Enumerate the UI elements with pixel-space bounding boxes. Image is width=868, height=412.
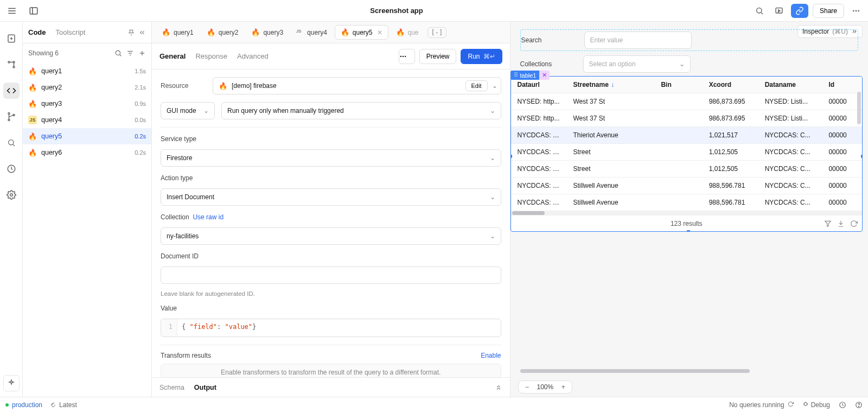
collapse-bottom-icon[interactable] <box>495 384 502 391</box>
preview-mode-icon[interactable] <box>771 3 787 18</box>
search-panel-icon[interactable] <box>3 135 20 151</box>
query-list-item[interactable]: query60.2s <box>23 144 151 161</box>
table-row[interactable]: NYSED: http...West 37 St986,873.695NYSED… <box>511 110 863 127</box>
tab-code[interactable]: Code <box>28 28 46 36</box>
tab-advanced[interactable]: Advanced <box>237 52 269 60</box>
refresh-icon[interactable] <box>850 220 858 227</box>
query-tab[interactable]: query5✕ <box>335 25 388 40</box>
tab-general[interactable]: General <box>159 52 186 60</box>
collapse-sidebar-icon[interactable] <box>138 29 146 36</box>
environment-indicator[interactable]: production <box>5 401 42 409</box>
debug-toggle[interactable]: Debug <box>802 401 830 409</box>
component-tree-icon[interactable] <box>3 56 20 73</box>
collection-select[interactable]: ny-facilities <box>161 227 501 245</box>
column-header[interactable]: Streetname↓ <box>567 77 655 93</box>
trigger-mode-select[interactable]: Run query only when manually triggered <box>221 102 501 119</box>
filter-icon[interactable] <box>824 220 832 227</box>
enable-transform-link[interactable]: Enable <box>481 352 501 359</box>
value-editor[interactable]: 1 { "field": "value"} <box>161 319 501 337</box>
history-icon[interactable] <box>3 161 20 177</box>
resource-select[interactable]: [demo] firebase Edit <box>213 77 501 94</box>
svg-point-45 <box>859 406 859 407</box>
column-header[interactable]: Dataname <box>758 77 822 93</box>
more-menu-icon[interactable] <box>848 3 864 18</box>
close-tab-icon[interactable]: ✕ <box>377 29 382 36</box>
search-field-component[interactable]: Search Enter value <box>520 29 859 51</box>
panels-toggle-icon[interactable] <box>26 3 41 18</box>
query-list-item[interactable]: JSquery40.0s <box>23 112 151 128</box>
delete-component-icon[interactable]: ✕ <box>539 71 550 80</box>
column-header[interactable]: Bin <box>654 77 702 93</box>
resize-handle-left[interactable] <box>510 154 513 159</box>
search-input[interactable]: Enter value <box>584 31 692 49</box>
action-type-select[interactable]: Insert Document <box>161 188 501 206</box>
column-header[interactable]: Id <box>822 77 862 93</box>
collections-field-component[interactable]: Collections Select an option <box>520 53 859 75</box>
query-tab[interactable]: query2 <box>201 26 244 39</box>
document-id-input[interactable] <box>161 267 501 284</box>
tab-output[interactable]: Output <box>194 384 216 391</box>
add-query-icon[interactable] <box>138 49 146 57</box>
search-icon[interactable] <box>752 3 767 18</box>
zoom-control[interactable]: − 100% + <box>518 381 573 394</box>
sparkle-icon[interactable] <box>3 375 20 391</box>
table-row[interactable]: NYSED: http...West 37 St986,873.695NYSED… <box>511 93 863 110</box>
service-type-select[interactable]: Firestore <box>161 149 501 167</box>
branch-icon[interactable] <box>3 109 20 125</box>
status-history-icon[interactable] <box>839 401 846 409</box>
table-row[interactable]: NYCDCAS: h...Street1,012,505NYCDCAS: C..… <box>511 144 863 161</box>
tab-response[interactable]: Response <box>195 52 227 60</box>
settings-gear-icon[interactable] <box>3 187 20 203</box>
hamburger-menu-icon[interactable] <box>4 3 20 18</box>
help-icon[interactable] <box>855 401 863 409</box>
table-row[interactable]: NYCDCAS: h...Street1,012,505NYCDCAS: C..… <box>511 161 863 178</box>
table-vertical-scrollbar[interactable] <box>857 92 861 212</box>
query-list-item[interactable]: query30.9s <box>23 96 151 112</box>
column-header[interactable]: Xcoord <box>703 77 758 93</box>
query-tab[interactable]: query3 <box>246 26 289 39</box>
query-list-item[interactable]: query22.1s <box>23 79 151 96</box>
collections-select[interactable]: Select an option <box>583 55 691 73</box>
transform-label: Transform results <box>161 352 211 359</box>
copy-link-button[interactable] <box>791 4 808 18</box>
share-button[interactable]: Share <box>813 4 844 18</box>
table-row[interactable]: NYCDCAS: h...Thieriot Avenue1,021,517NYC… <box>511 127 863 144</box>
canvas-horizontal-scrollbar[interactable] <box>520 369 859 373</box>
svg-point-11 <box>858 10 859 11</box>
query-tab[interactable]: query1 <box>156 26 199 39</box>
edit-resource-button[interactable]: Edit <box>465 80 488 91</box>
query-more-button[interactable] <box>399 49 415 64</box>
query-list-item[interactable]: query50.2s <box>23 128 151 144</box>
query-tab[interactable]: que <box>391 26 424 39</box>
tab-toolscript[interactable]: Toolscript <box>56 28 86 36</box>
table-component[interactable]: DataurlStreetname↓BinXcoordDatanameId NY… <box>510 76 863 232</box>
table-horizontal-scrollbar[interactable] <box>511 211 863 215</box>
add-page-icon[interactable] <box>3 30 20 47</box>
table-cell: 986,873.695 <box>703 93 758 110</box>
app-canvas[interactable]: Inspector (⌘U) Search Enter value Collec… <box>510 22 869 397</box>
tab-schema[interactable]: Schema <box>159 384 184 391</box>
table-row[interactable]: NYCDCAS: h...Stillwell Avenue988,596.781… <box>511 194 863 211</box>
code-panel-icon[interactable] <box>3 83 20 99</box>
query-list-item[interactable]: query11.5s <box>23 63 151 79</box>
component-chip[interactable]: ⠿ table1 <box>510 71 540 80</box>
use-raw-id-link[interactable]: Use raw id <box>193 213 224 221</box>
gui-mode-select[interactable]: GUI mode <box>161 102 215 119</box>
table-cell: NYCDCAS: h... <box>511 178 567 194</box>
zoom-out-button[interactable]: − <box>523 383 532 391</box>
version-tag[interactable]: Latest <box>50 401 77 409</box>
zoom-in-button[interactable]: + <box>559 383 567 391</box>
chevron-down-icon[interactable] <box>492 82 497 90</box>
run-button[interactable]: Run ⌘↵ <box>461 49 502 64</box>
code-content[interactable]: { "field": "value"} <box>177 319 260 337</box>
query-tab[interactable]: JSquery4 <box>291 26 333 39</box>
sidebar-filter-icon[interactable] <box>126 49 134 57</box>
refresh-queries-icon[interactable] <box>788 401 794 409</box>
tabs-overflow-button[interactable]: [-] <box>427 27 447 38</box>
drag-handle-icon[interactable]: ⠿ <box>514 72 518 79</box>
preview-button[interactable]: Preview <box>419 49 457 64</box>
table-row[interactable]: NYCDCAS: h...Stillwell Avenue988,596.781… <box>511 178 863 194</box>
pin-icon[interactable] <box>127 29 135 36</box>
sidebar-search-icon[interactable] <box>114 49 122 57</box>
download-icon[interactable] <box>837 220 845 227</box>
